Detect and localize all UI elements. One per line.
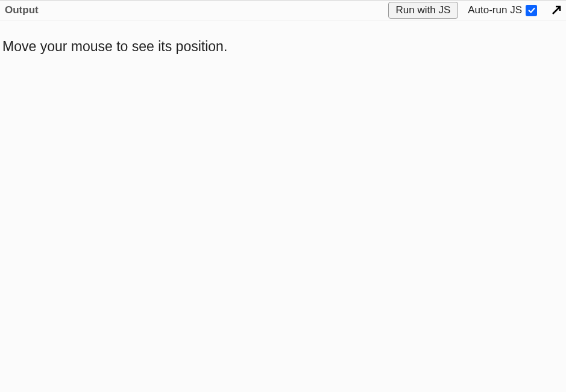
checkmark-icon: [527, 6, 536, 14]
autorun-checkbox[interactable]: [526, 5, 537, 16]
output-content-scroll[interactable]: Move your mouse to see its position.: [0, 20, 566, 392]
autorun-label: Auto-run JS: [468, 4, 522, 16]
output-content: Move your mouse to see its position.: [0, 20, 566, 392]
autorun-toggle[interactable]: Auto-run JS: [468, 4, 537, 16]
expand-icon[interactable]: [550, 4, 562, 16]
run-with-js-button[interactable]: Run with JS: [388, 2, 459, 19]
output-panel-header: Output Run with JS Auto-run JS: [0, 0, 566, 20]
instruction-text: Move your mouse to see its position.: [2, 39, 564, 55]
header-controls: Run with JS Auto-run JS: [388, 2, 562, 19]
panel-title: Output: [5, 4, 39, 16]
